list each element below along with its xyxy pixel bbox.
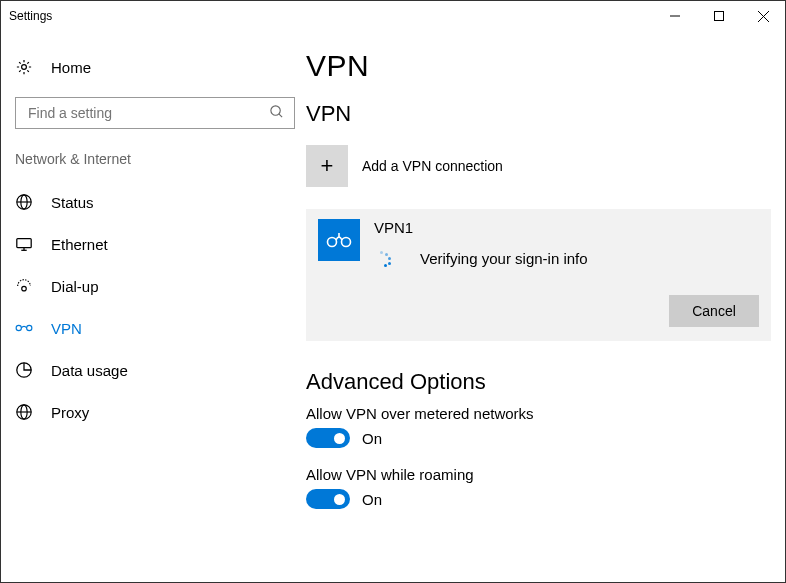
page-title: VPN [306,49,771,83]
add-vpn-label: Add a VPN connection [362,158,503,174]
maximize-button[interactable] [697,1,741,31]
globe-icon [15,193,33,211]
connection-header: VPN1 Verifying your sign-in info [318,219,759,267]
connection-info: VPN1 Verifying your sign-in info [374,219,759,267]
roaming-toggle-row: On [306,489,771,509]
data-usage-icon [15,361,33,379]
window-title: Settings [9,9,52,23]
metered-toggle-row: On [306,428,771,448]
window-controls [653,1,785,31]
vpn-icon [15,319,33,337]
svg-rect-1 [715,12,724,21]
svg-point-15 [27,325,32,330]
main-panel: VPN VPN + Add a VPN connection [306,31,785,582]
minimize-button[interactable] [653,1,697,31]
monitor-icon [15,235,33,253]
search-input[interactable] [15,97,295,129]
plus-icon: + [306,145,348,187]
sidebar-item-dialup[interactable]: Dial-up [1,265,306,307]
roaming-toggle[interactable] [306,489,350,509]
metered-toggle[interactable] [306,428,350,448]
sidebar-section-label: Network & Internet [1,147,306,181]
window-body: Home Network & Internet [1,31,785,582]
sidebar-item-proxy[interactable]: Proxy [1,391,306,433]
sidebar-home[interactable]: Home [1,45,306,89]
sidebar-item-label: Ethernet [51,236,108,253]
add-vpn-button[interactable]: + Add a VPN connection [306,139,771,193]
settings-window: Settings Home [0,0,786,583]
proxy-icon [15,403,33,421]
sidebar-item-label: VPN [51,320,82,337]
svg-point-14 [16,325,21,330]
search-field[interactable] [26,104,269,122]
metered-state: On [362,430,382,447]
close-button[interactable] [741,1,785,31]
vpn-tile-icon [318,219,360,261]
connection-status-text: Verifying your sign-in info [420,250,588,267]
sidebar-item-label: Dial-up [51,278,99,295]
dialup-icon [15,277,33,295]
gear-icon [15,58,33,76]
titlebar: Settings [1,1,785,31]
sidebar-home-label: Home [51,59,91,76]
search-icon [269,104,284,122]
sidebar-item-label: Status [51,194,94,211]
search-wrap [1,89,306,147]
svg-point-4 [22,65,27,70]
sidebar-item-ethernet[interactable]: Ethernet [1,223,306,265]
sidebar-item-label: Proxy [51,404,89,421]
sidebar-item-status[interactable]: Status [1,181,306,223]
sidebar: Home Network & Internet [1,31,306,582]
svg-rect-10 [17,239,31,248]
svg-point-13 [22,286,27,291]
sidebar-item-datausage[interactable]: Data usage [1,349,306,391]
svg-point-21 [342,238,351,247]
roaming-label: Allow VPN while roaming [306,466,771,483]
connection-actions: Cancel [318,295,759,327]
svg-point-20 [328,238,337,247]
vpn-connection-card[interactable]: VPN1 Verifying your sign-in info [306,209,771,341]
metered-label: Allow VPN over metered networks [306,405,771,422]
sidebar-item-vpn[interactable]: VPN [1,307,306,349]
svg-line-6 [279,114,282,117]
cancel-button[interactable]: Cancel [669,295,759,327]
roaming-state: On [362,491,382,508]
connection-status-row: Verifying your sign-in info [374,250,759,267]
advanced-heading: Advanced Options [306,369,771,395]
section-heading: VPN [306,101,771,127]
connection-name: VPN1 [374,219,759,236]
spinner-icon [376,251,392,267]
sidebar-item-label: Data usage [51,362,128,379]
